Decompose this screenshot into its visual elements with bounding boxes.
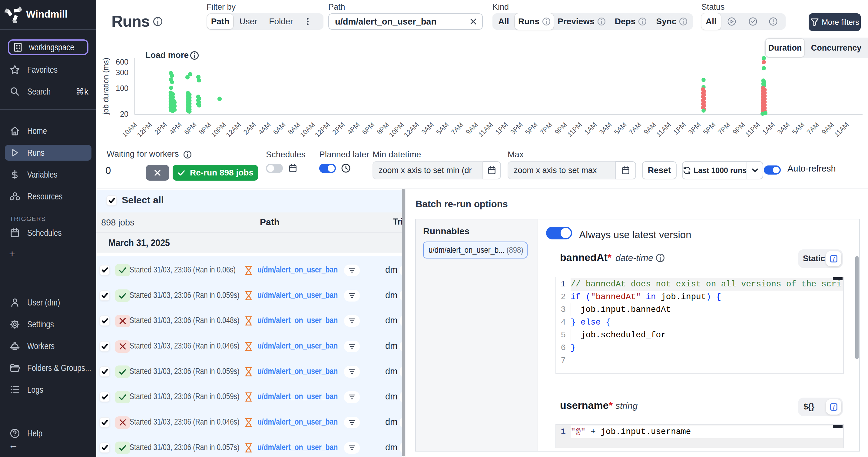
svg-text:ƒ: ƒ <box>833 256 835 262</box>
svg-text:4PM: 4PM <box>346 121 361 136</box>
svg-text:5AM: 5AM <box>790 121 806 136</box>
svg-text:6PM: 6PM <box>361 121 376 136</box>
svg-text:600: 600 <box>116 58 128 66</box>
svg-text:5PM: 5PM <box>524 121 539 136</box>
svg-text:9PM: 9PM <box>553 121 568 136</box>
svg-text:11AM: 11AM <box>655 121 672 139</box>
svg-text:ƒ: ƒ <box>833 404 835 410</box>
svg-text:11PM: 11PM <box>566 121 583 139</box>
svg-text:6AM: 6AM <box>272 121 287 136</box>
svg-text:100: 100 <box>116 84 128 92</box>
svg-text:2AM: 2AM <box>242 121 257 136</box>
svg-text:10AM: 10AM <box>121 121 138 139</box>
svg-text:10PM: 10PM <box>388 121 406 139</box>
svg-text:3AM: 3AM <box>420 121 435 136</box>
svg-text:9AM: 9AM <box>464 121 479 136</box>
svg-text:3PM: 3PM <box>509 121 524 136</box>
svg-text:4PM: 4PM <box>168 121 183 136</box>
svg-text:7AM: 7AM <box>627 121 643 136</box>
svg-text:2PM: 2PM <box>153 121 168 136</box>
svg-text:5PM: 5PM <box>702 121 717 136</box>
svg-text:5AM: 5AM <box>613 121 628 136</box>
svg-text:10PM: 10PM <box>210 121 227 139</box>
svg-text:3PM: 3PM <box>687 121 702 136</box>
svg-text:10AM: 10AM <box>299 121 316 139</box>
svg-text:3AM: 3AM <box>598 121 613 136</box>
svg-text:7PM: 7PM <box>538 121 554 136</box>
svg-text:11AM: 11AM <box>833 121 850 139</box>
svg-text:12PM: 12PM <box>135 121 153 139</box>
svg-text:300: 300 <box>116 68 128 77</box>
svg-text:7PM: 7PM <box>717 121 732 136</box>
svg-text:12AM: 12AM <box>403 121 421 139</box>
svg-text:4AM: 4AM <box>257 121 272 136</box>
svg-text:1AM: 1AM <box>583 121 598 136</box>
svg-text:5AM: 5AM <box>435 121 450 136</box>
svg-text:1AM: 1AM <box>761 121 776 136</box>
svg-text:12AM: 12AM <box>224 121 242 139</box>
svg-text:11AM: 11AM <box>477 121 495 139</box>
svg-text:6PM: 6PM <box>183 121 198 136</box>
svg-text:1PM: 1PM <box>494 121 509 136</box>
svg-text:11PM: 11PM <box>744 121 762 139</box>
svg-text:12PM: 12PM <box>313 121 331 139</box>
svg-text:1PM: 1PM <box>672 121 687 136</box>
svg-text:7AM: 7AM <box>450 121 465 136</box>
svg-text:2PM: 2PM <box>331 121 346 136</box>
svg-text:20: 20 <box>120 110 128 118</box>
svg-text:3AM: 3AM <box>776 121 791 136</box>
svg-text:job duration (ms): job duration (ms) <box>101 58 110 115</box>
svg-text:7AM: 7AM <box>805 121 820 136</box>
svg-text:9AM: 9AM <box>820 121 835 136</box>
svg-text:9PM: 9PM <box>731 121 746 136</box>
